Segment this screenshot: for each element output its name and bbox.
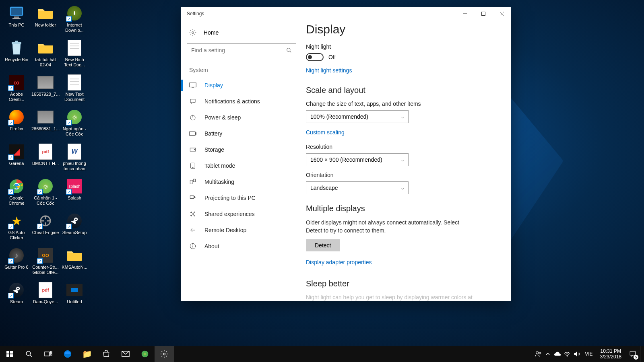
action-center-button[interactable]: 5 [625, 346, 640, 362]
desktop-icon[interactable]: Untitled [60, 281, 89, 315]
pdf-icon: pdf [37, 143, 54, 160]
desktop-icon[interactable]: ⬇↗Internet Downlo... [60, 4, 89, 39]
svg-point-11 [75, 219, 77, 220]
taskbar-store[interactable] [97, 346, 116, 362]
task-view-button[interactable] [39, 346, 58, 362]
nav-item-display[interactable]: Display [181, 77, 302, 93]
desktop-icon-label: New Text Document [60, 92, 89, 102]
orientation-dropdown[interactable]: Landscape ⌵ [306, 181, 409, 194]
nav-item-storage[interactable]: Storage [181, 142, 302, 158]
notif-icon [189, 98, 196, 105]
desktop-icon[interactable]: ★↗GS Auto Clicker [2, 212, 31, 246]
svg-rect-49 [50, 354, 52, 355]
desktop-icon[interactable]: ↗SteamSetup [60, 212, 89, 246]
taskbar-coccoc[interactable] [135, 346, 155, 362]
pc-icon [8, 5, 25, 22]
settings-window: Settings Home System DisplayNotification… [181, 7, 511, 301]
scale-label: Change the size of text, apps, and other… [306, 101, 499, 107]
detect-button[interactable]: Detect [306, 239, 340, 251]
close-button[interactable] [493, 7, 511, 20]
desktop-icon[interactable]: ↗Cheat Engine [31, 212, 60, 246]
desktop-icon[interactable]: ⌾↗Ngọt ngào - Cốc Cốc [60, 108, 89, 142]
search-box[interactable] [187, 43, 296, 57]
svg-rect-3 [12, 18, 21, 19]
taskbar-edge[interactable] [58, 346, 77, 362]
desktop-icon[interactable]: tab bài hát 02-04 [31, 39, 60, 73]
home-button[interactable]: Home [181, 24, 302, 41]
nav-item-tablet[interactable]: Tablet mode [181, 158, 302, 174]
night-light-settings-link[interactable]: Night light settings [306, 67, 352, 74]
adapter-properties-link[interactable]: Display adapter properties [306, 259, 372, 265]
multi-displays-text: Older displays might not always connect … [306, 219, 475, 234]
content-pane[interactable]: Display Night light Off Night light sett… [302, 20, 511, 301]
maximize-button[interactable] [474, 7, 493, 20]
desktop-icon[interactable]: ↗Google Chrome [2, 177, 31, 212]
desktop-icon[interactable]: 28660881_1... [31, 108, 60, 142]
desktop-icon[interactable]: Wphieu thong tin ca nhan [60, 142, 89, 177]
svg-line-20 [290, 51, 291, 53]
nav-item-label: Display [204, 82, 223, 88]
svg-rect-44 [10, 354, 13, 357]
taskbar-settings[interactable] [155, 346, 174, 362]
desktop-icon[interactable]: GO↗Counter-Str... Global Offe... [31, 246, 60, 281]
desktop-icon[interactable]: ⌾↗Cá nhân 1 - Cốc Cốc [31, 177, 60, 212]
scale-heading: Scale and layout [306, 86, 499, 95]
desktop-icon[interactable]: New Text Document [60, 73, 89, 108]
tray-people-icon[interactable] [533, 346, 543, 362]
taskbar-mail[interactable] [116, 346, 135, 362]
taskbar-explorer[interactable]: 📁 [77, 346, 97, 362]
desktop-icon-label: Untitled [67, 299, 82, 304]
nav-item-remote[interactable]: Remote Desktop [181, 222, 302, 238]
desktop-icon[interactable]: pdfBMCNTT-H... [31, 142, 60, 177]
tray-clock[interactable]: 10:31 PM 3/23/2018 [596, 348, 625, 360]
tray-time: 10:31 PM [600, 348, 621, 354]
nav-item-shared[interactable]: Shared experiences [181, 206, 302, 222]
minimize-button[interactable] [456, 7, 474, 20]
search-button[interactable] [19, 346, 39, 362]
desktop-icon[interactable]: KMSAutoN... [60, 246, 89, 281]
tray-volume-icon[interactable] [572, 346, 582, 362]
desktop-icon[interactable]: pdfDam-Quye... [31, 281, 60, 315]
nav-item-project[interactable]: Projecting to this PC [181, 190, 302, 206]
desktop-icon[interactable]: ♪↗Guitar Pro 6 [2, 246, 31, 281]
svg-rect-47 [45, 352, 50, 356]
tray-overflow-icon[interactable] [543, 346, 553, 362]
custom-scaling-link[interactable]: Custom scaling [306, 129, 345, 136]
desktop-icon[interactable]: ↗Steam [2, 281, 31, 315]
desktop-icon[interactable]: This PC [2, 4, 31, 39]
night-light-toggle[interactable] [306, 53, 324, 61]
desktop-icon[interactable]: splash↗Splash [60, 177, 89, 212]
resolution-dropdown[interactable]: 644 × 362 (Recommended) ⌵ [306, 153, 409, 166]
nav-item-power[interactable]: Power & sleep [181, 109, 302, 125]
start-button[interactable] [0, 346, 19, 362]
desktop-icon[interactable]: ↗Firefox [2, 108, 31, 142]
nav-item-battery[interactable]: Battery [181, 125, 302, 142]
nav-item-multitask[interactable]: Multitasking [181, 174, 302, 190]
show-desktop-button[interactable] [640, 346, 642, 362]
desktop-icon[interactable]: New folder [31, 4, 60, 39]
svg-rect-21 [190, 83, 196, 87]
multitask-icon [189, 178, 196, 185]
project-icon [189, 194, 196, 202]
gear-icon [189, 29, 196, 36]
search-input[interactable] [191, 47, 286, 53]
titlebar: Settings [181, 7, 511, 20]
orientation-value: Landscape [310, 185, 338, 191]
desktop-icon[interactable]: New Rich Text Doc... [60, 39, 89, 73]
battery-icon [189, 130, 196, 137]
desktop-icon[interactable]: Recycle Bin [2, 39, 31, 73]
nav-item-about[interactable]: About [181, 238, 302, 254]
display-icon [189, 82, 196, 89]
tray-wifi-icon[interactable] [562, 346, 572, 362]
tray-language[interactable]: VIE [582, 351, 596, 357]
nav-item-label: Power & sleep [204, 114, 241, 121]
scale-dropdown[interactable]: 100% (Recommended) ⌵ [306, 110, 409, 123]
desktop-icon[interactable]: ∞↗Adobe Creati... [2, 73, 31, 108]
tray-onedrive-icon[interactable] [553, 346, 562, 362]
desktop-icon[interactable]: ◢↗Garena [2, 142, 31, 177]
svg-point-13 [17, 288, 19, 290]
nav-item-notif[interactable]: Notifications & actions [181, 93, 302, 109]
desktop-icon[interactable]: 16507920_7... [31, 73, 60, 108]
svg-point-56 [539, 352, 541, 354]
sleep-better-heading: Sleep better [306, 279, 499, 288]
